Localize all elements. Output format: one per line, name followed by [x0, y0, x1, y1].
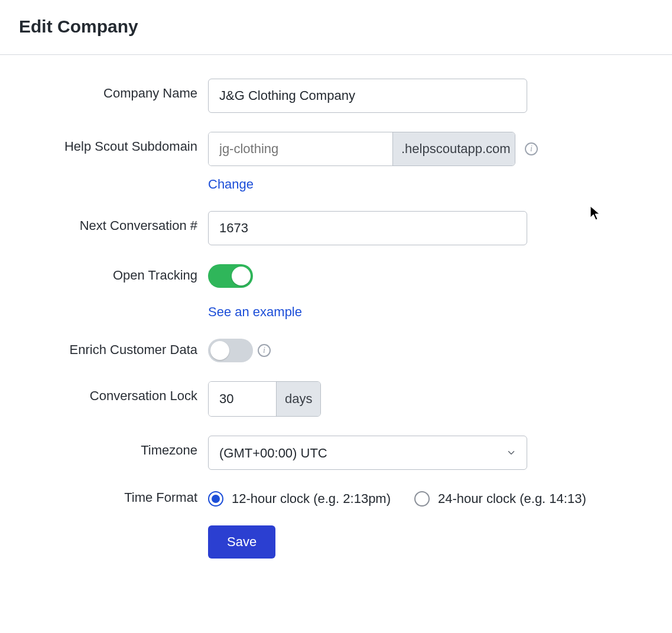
row-conversation-lock: Conversation Lock days	[0, 381, 672, 417]
open-tracking-toggle[interactable]	[208, 264, 253, 288]
label-conversation-lock: Conversation Lock	[0, 381, 208, 404]
subdomain-input[interactable]	[209, 132, 392, 165]
page-title: Edit Company	[0, 0, 672, 54]
save-button[interactable]: Save	[208, 525, 275, 559]
row-company-name: Company Name	[0, 79, 672, 113]
label-next-conversation: Next Conversation #	[0, 211, 208, 233]
row-enrich: Enrich Customer Data i	[0, 339, 672, 362]
row-timezone: Timezone (GMT+00:00) UTC	[0, 436, 672, 470]
next-conversation-input[interactable]	[208, 211, 527, 245]
row-save: Save	[0, 525, 672, 559]
info-icon[interactable]: i	[525, 142, 538, 155]
row-next-conversation: Next Conversation #	[0, 211, 672, 245]
toggle-knob	[210, 341, 229, 360]
enrich-toggle[interactable]	[208, 339, 253, 362]
radio-icon	[414, 491, 430, 507]
radio-icon	[208, 491, 223, 507]
row-time-format: Time Format 12-hour clock (e.g. 2:13pm) …	[0, 489, 672, 507]
timezone-select[interactable]: (GMT+00:00) UTC	[208, 436, 527, 470]
label-enrich: Enrich Customer Data	[0, 339, 208, 358]
subdomain-group: .helpscoutapp.com	[208, 132, 515, 166]
toggle-knob	[232, 267, 251, 285]
conversation-lock-suffix: days	[276, 382, 320, 416]
row-open-tracking: Open Tracking See an example	[0, 264, 672, 320]
see-example-link[interactable]: See an example	[208, 304, 302, 320]
info-icon[interactable]: i	[258, 344, 271, 357]
label-timezone: Timezone	[0, 436, 208, 458]
edit-company-form: Company Name Help Scout Subdomain .helps…	[0, 55, 672, 559]
label-company-name: Company Name	[0, 79, 208, 101]
row-subdomain: Help Scout Subdomain .helpscoutapp.com i…	[0, 132, 672, 192]
time-format-24-label: 24-hour clock (e.g. 14:13)	[438, 491, 586, 507]
label-open-tracking: Open Tracking	[0, 264, 208, 283]
time-format-12-radio[interactable]: 12-hour clock (e.g. 2:13pm)	[208, 491, 391, 507]
label-subdomain: Help Scout Subdomain	[0, 132, 208, 154]
time-format-12-label: 12-hour clock (e.g. 2:13pm)	[232, 491, 391, 507]
company-name-input[interactable]	[208, 79, 527, 113]
time-format-24-radio[interactable]: 24-hour clock (e.g. 14:13)	[414, 491, 586, 507]
conversation-lock-input[interactable]	[209, 382, 276, 416]
label-time-format: Time Format	[0, 489, 208, 505]
cursor-icon	[590, 206, 602, 225]
subdomain-suffix: .helpscoutapp.com	[392, 132, 515, 165]
change-subdomain-link[interactable]: Change	[208, 177, 254, 192]
conversation-lock-group: days	[208, 381, 321, 417]
